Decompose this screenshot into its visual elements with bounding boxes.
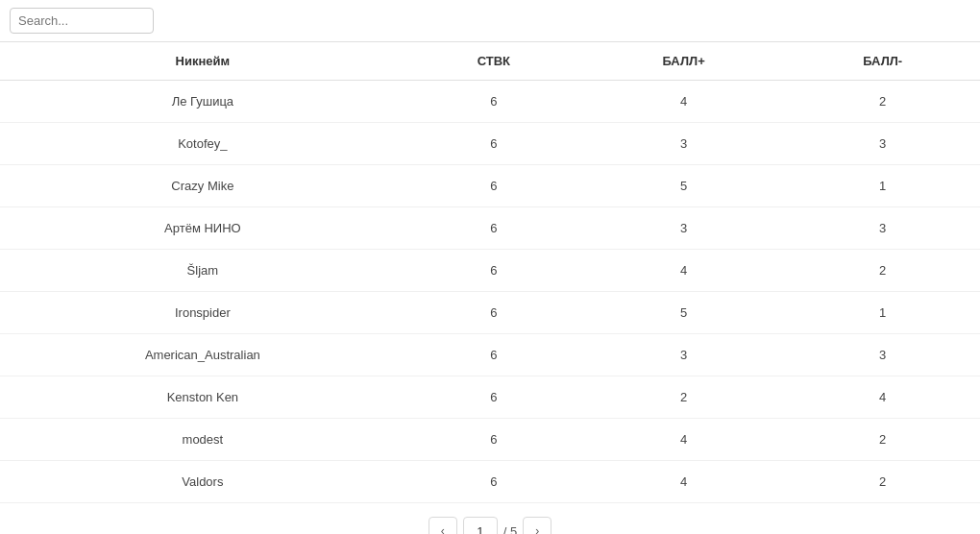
page-separator: / [503,524,510,535]
cell-minus: 2 [785,250,980,292]
cell-plus: 5 [582,292,786,334]
cell-plus: 3 [582,123,786,165]
total-pages: 5 [510,524,517,535]
prev-page-button[interactable]: ‹ [429,517,457,534]
cell-nickname: Ле Гушица [0,81,405,123]
cell-nickname: Артём НИНО [0,207,405,250]
cell-plus: 5 [582,165,786,207]
cell-stvk: 6 [405,81,582,123]
cell-stvk: 6 [405,165,582,207]
cell-plus: 4 [582,461,786,503]
col-minus: БАЛЛ- [785,42,980,81]
col-plus: БАЛЛ+ [582,42,786,81]
cell-stvk: 6 [405,250,582,292]
cell-nickname: Crazy Mike [0,165,405,207]
table-row: American_Australian633 [0,334,980,376]
cell-nickname: modest [0,419,405,461]
cell-stvk: 6 [405,334,582,376]
cell-stvk: 6 [405,207,582,250]
cell-minus: 3 [785,123,980,165]
table-row: modest642 [0,419,980,461]
cell-plus: 3 [582,207,786,250]
table-row: Kenston Ken624 [0,376,980,419]
table-row: Ле Гушица642 [0,81,980,123]
col-nickname: Никнейм [0,42,405,81]
data-table: Никнейм СТВК БАЛЛ+ БАЛЛ- Ле Гушица642Kot… [0,41,980,503]
cell-stvk: 6 [405,123,582,165]
search-input[interactable] [10,8,154,34]
cell-nickname: American_Australian [0,334,405,376]
top-bar [0,0,980,41]
table-row: Valdors642 [0,461,980,503]
cell-minus: 1 [785,292,980,334]
cell-minus: 1 [785,165,980,207]
cell-nickname: Valdors [0,461,405,503]
table-row: Kotofey_633 [0,123,980,165]
cell-minus: 2 [785,419,980,461]
cell-plus: 4 [582,419,786,461]
table-body: Ле Гушица642Kotofey_633Crazy Mike651Артё… [0,81,980,503]
cell-minus: 4 [785,376,980,419]
cell-nickname: Kenston Ken [0,376,405,419]
cell-plus: 3 [582,334,786,376]
cell-plus: 4 [582,81,786,123]
cell-minus: 2 [785,81,980,123]
page-total: / 5 [503,524,517,535]
table-row: Šljam642 [0,250,980,292]
cell-stvk: 6 [405,292,582,334]
cell-stvk: 6 [405,419,582,461]
cell-minus: 3 [785,334,980,376]
pagination: ‹ / 5 › [0,503,980,534]
table-row: Артём НИНО633 [0,207,980,250]
table-header-row: Никнейм СТВК БАЛЛ+ БАЛЛ- [0,42,980,81]
cell-minus: 3 [785,207,980,250]
cell-stvk: 6 [405,461,582,503]
cell-plus: 2 [582,376,786,419]
prev-arrow-icon: ‹ [441,524,445,534]
cell-stvk: 6 [405,376,582,419]
col-stvk: СТВК [405,42,582,81]
page-number-input[interactable] [463,517,498,534]
cell-nickname: Kotofey_ [0,123,405,165]
cell-plus: 4 [582,250,786,292]
cell-minus: 2 [785,461,980,503]
table-row: Ironspider651 [0,292,980,334]
cell-nickname: Šljam [0,250,405,292]
table-header: Никнейм СТВК БАЛЛ+ БАЛЛ- [0,42,980,81]
next-page-button[interactable]: › [523,517,551,534]
next-arrow-icon: › [535,524,539,534]
cell-nickname: Ironspider [0,292,405,334]
table-row: Crazy Mike651 [0,165,980,207]
